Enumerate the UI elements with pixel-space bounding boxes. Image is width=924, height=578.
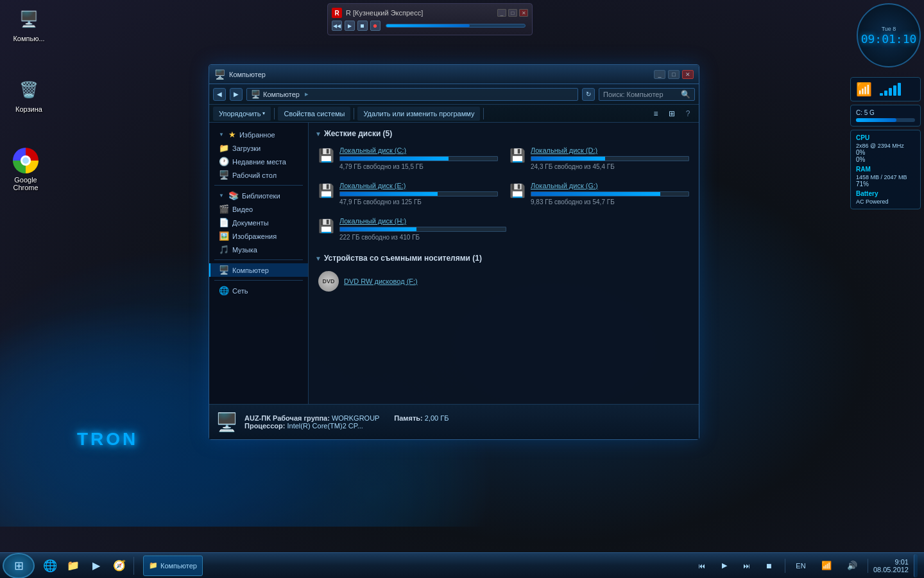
battery-status: AC Powered — [856, 198, 915, 205]
signal-bar-3 — [889, 88, 892, 96]
sidebar-favorites-header[interactable]: ▼ ★ Избранное — [209, 128, 308, 141]
taskbar-clock[interactable]: 9:01 08.05.2012 — [873, 558, 909, 574]
media-maximize-btn[interactable]: □ — [508, 9, 517, 17]
language-btn[interactable]: EN — [791, 556, 811, 576]
drive-g[interactable]: 💾 Локальный диск (G:) 9,83 ГБ свободно и… — [506, 179, 692, 209]
explorer-main-panel: ▼ Жесткие диски (5) 💾 Локальный диск (C:… — [309, 123, 699, 404]
cpu-core2-pct: 0% — [856, 156, 915, 163]
network-icon: 🌐 — [219, 286, 229, 295]
taskbar-time: 9:01 — [873, 558, 909, 566]
drive-g-free: 9,83 ГБ свободно из 54,7 ГБ — [531, 198, 689, 206]
drive-g-info: Локальный диск (G:) 9,83 ГБ свободно из … — [531, 182, 689, 206]
taskbar-media-controls: ⏮ ▶ ⏭ ⏹ — [692, 556, 780, 576]
media-player-window: R R [Кузнецкий Экспресс] _ □ ✕ ◀◀ ▶ ⏹ ⏺ — [327, 3, 533, 35]
sidebar-network[interactable]: 🌐 Сеть — [209, 284, 308, 297]
network-tray-icon[interactable]: 📶 — [816, 556, 837, 576]
drive-d-name[interactable]: Локальный диск (D:) — [531, 146, 689, 154]
media-play-btn[interactable]: ▶ — [345, 21, 355, 31]
drive-e-icon: 💾 — [318, 183, 334, 198]
refresh-btn[interactable]: ↻ — [582, 88, 595, 101]
quicklaunch-compass[interactable]: 🧭 — [109, 556, 130, 576]
taskbar-prev-btn[interactable]: ⏮ — [692, 556, 712, 576]
show-desktop-btn[interactable] — [914, 554, 918, 577]
taskbar-next-btn[interactable]: ⏭ — [737, 556, 757, 576]
drive-d-free: 24,3 ГБ свободно из 45,4 ГБ — [531, 163, 689, 170]
explorer-content: ▼ ★ Избранное 📁 Загрузки 🕐 Недавние мест… — [209, 123, 699, 404]
clock-day-label: Tue 8 — [882, 26, 896, 32]
video-icon: 🎬 — [219, 204, 229, 214]
forward-btn[interactable]: ▶ — [230, 88, 243, 101]
explorer-minimize-btn[interactable]: _ — [654, 70, 665, 79]
media-stop-btn[interactable]: ⏹ — [357, 21, 368, 31]
computer-icon: 🖥️ — [16, 6, 42, 32]
cpu-spec: 2x86 @ 2394 MHz — [856, 143, 915, 149]
libraries-icon: 📚 — [228, 191, 239, 200]
sidebar-desktop[interactable]: 🖥️ Рабочий стол — [209, 168, 308, 182]
cpu-label: CPU — [856, 134, 915, 141]
address-arrow: ▸ — [305, 90, 309, 98]
clock-time: 09:01:10 — [861, 32, 917, 46]
hard-drives-header: ▼ Жесткие диски (5) — [315, 129, 692, 138]
start-button[interactable]: ⊞ — [3, 553, 35, 579]
taskbar-play-btn[interactable]: ▶ — [714, 556, 735, 576]
drive-h-icon: 💾 — [318, 218, 334, 234]
volume-tray-icon[interactable]: 🔊 — [842, 556, 862, 576]
desktop-icon-chrome[interactable]: Google Chrome — [3, 148, 48, 191]
media-rec-btn[interactable]: ⏺ — [370, 21, 381, 31]
taskbar-explorer-app[interactable]: 📁 Компьютер — [143, 556, 203, 576]
sidebar-recent[interactable]: 🕐 Недавние места — [209, 155, 308, 168]
uninstall-btn[interactable]: Удалить или изменить программу — [357, 107, 480, 121]
media-prev-btn[interactable]: ◀◀ — [332, 21, 342, 31]
ram-usage: 1458 MB / 2047 MB — [856, 174, 915, 180]
sidebar-downloads[interactable]: 📁 Загрузки — [209, 141, 308, 155]
quicklaunch-explorer[interactable]: 📁 — [63, 556, 83, 576]
drive-c[interactable]: 💾 Локальный диск (C:) 4,79 ГБ свободно и… — [315, 143, 501, 173]
search-field[interactable]: Поиск: Компьютер 🔍 — [599, 88, 695, 101]
view-buttons: ≡ ⊞ ? — [649, 107, 695, 121]
sidebar-images[interactable]: 🖼️ Изображения — [209, 229, 308, 243]
desktop-icon-recycle[interactable]: 🗑️ Корзина — [6, 77, 51, 113]
drive-d-bar — [531, 156, 689, 161]
taskbar-right: ⏮ ▶ ⏭ ⏹ EN 📶 🔊 9:01 08.05.2012 — [692, 554, 924, 577]
sidebar-favorites-label: Избранное — [239, 131, 275, 139]
explorer-maximize-btn[interactable]: □ — [668, 70, 680, 79]
dvd-drive-name[interactable]: DVD RW дисковод (F:) — [344, 277, 418, 285]
dvd-drive[interactable]: DVD DVD RW дисковод (F:) — [315, 268, 692, 295]
view-details-btn[interactable]: ≡ — [649, 107, 663, 121]
removable-header: ▼ Устройства со съемными носителями (1) — [315, 254, 692, 263]
sidebar-computer[interactable]: 🖥️ Компьютер — [209, 263, 308, 277]
drive-h[interactable]: 💾 Локальный диск (H:) 222 ГБ свободно из… — [315, 214, 692, 244]
quicklaunch-ie[interactable]: 🌐 — [40, 556, 60, 576]
drive-d[interactable]: 💾 Локальный диск (D:) 24,3 ГБ свободно и… — [506, 143, 692, 173]
media-minimize-btn[interactable]: _ — [497, 9, 506, 17]
help-btn[interactable]: ? — [681, 107, 695, 121]
status-memory-label: Память: — [394, 414, 422, 422]
drive-g-name[interactable]: Локальный диск (G:) — [531, 182, 689, 189]
search-text: Поиск: Компьютер — [603, 91, 663, 98]
system-properties-btn[interactable]: Свойства системы — [278, 107, 350, 121]
recycle-icon: 🗑️ — [16, 77, 42, 103]
taskbar-stop-btn[interactable]: ⏹ — [759, 556, 780, 576]
view-tiles-btn[interactable]: ⊞ — [665, 107, 679, 121]
media-close-btn[interactable]: ✕ — [519, 9, 528, 17]
desktop-icon-computer[interactable]: 🖥️ Компью... — [6, 6, 51, 42]
tron-label: TRON — [77, 429, 138, 450]
explorer-close-btn[interactable]: ✕ — [682, 70, 694, 79]
drive-h-bar-fill — [340, 227, 416, 231]
quicklaunch-media[interactable]: ▶ — [86, 556, 107, 576]
drive-h-name[interactable]: Локальный диск (H:) — [339, 217, 506, 225]
sidebar-computer-icon: 🖥️ — [219, 265, 229, 275]
drive-e-name[interactable]: Локальный диск (E:) — [339, 182, 498, 189]
sidebar-video[interactable]: 🎬 Видео — [209, 202, 308, 216]
drive-c-name[interactable]: Локальный диск (C:) — [339, 146, 498, 154]
removable-arrow: ▼ — [315, 255, 321, 262]
statusbar-pc-icon: 🖥️ — [216, 412, 238, 433]
sidebar-div-3 — [214, 280, 303, 281]
back-btn[interactable]: ◀ — [213, 88, 226, 101]
drive-e[interactable]: 💾 Локальный диск (E:) 47,9 ГБ свободно и… — [315, 179, 501, 209]
sidebar-docs[interactable]: 📄 Документы — [209, 216, 308, 229]
sidebar-music[interactable]: 🎵 Музыка — [209, 243, 308, 256]
organize-btn[interactable]: Упорядочить ▾ — [213, 107, 271, 121]
address-field[interactable]: 🖥️ Компьютер ▸ — [246, 88, 578, 101]
sidebar-libraries-header[interactable]: ▼ 📚 Библиотеки — [209, 189, 308, 202]
